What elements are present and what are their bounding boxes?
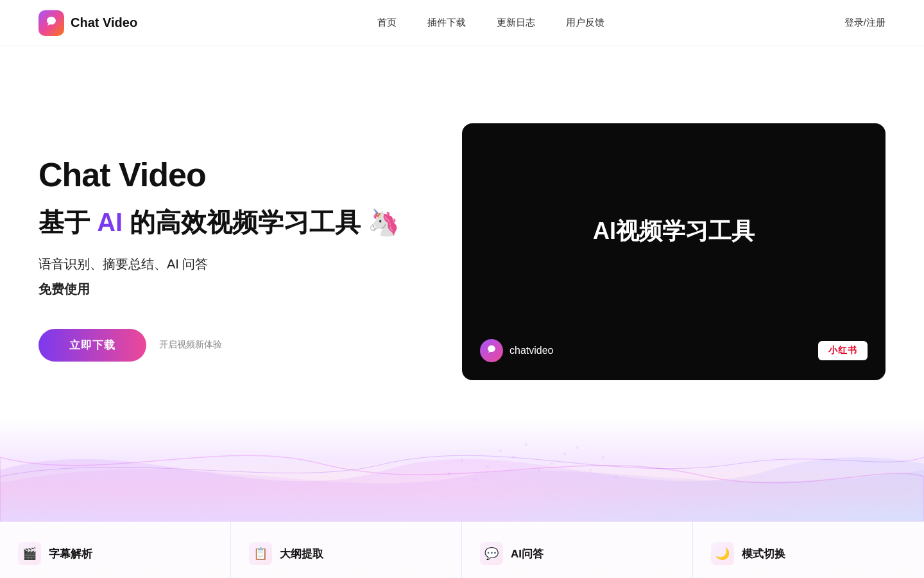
svg-point-8 (589, 469, 592, 471)
feature-name-subtitle: 字幕解析 (49, 547, 92, 561)
wave-decoration (0, 419, 924, 521)
svg-point-7 (499, 450, 502, 452)
hero-video-card: AI视频学习工具 chatvideo 小红书 (462, 123, 886, 380)
svg-point-5 (576, 446, 579, 449)
chatvideo-badge-text: chatvideo (509, 345, 554, 356)
hero-features: 语音识别、摘要总结、AI 问答 (38, 256, 400, 273)
svg-point-4 (551, 462, 553, 465)
chatvideo-badge-icon (480, 339, 503, 362)
mode-icon-glyph: 🌙 (715, 547, 730, 561)
badge-logo-svg (485, 344, 498, 357)
nav-auth[interactable]: 登录/注册 (844, 17, 886, 29)
nav-changelog[interactable]: 更新日志 (497, 17, 535, 29)
feature-header-mode: 🌙 模式切换 (711, 542, 906, 565)
feature-name-qa: AI问答 (511, 547, 543, 561)
feature-icon-outline: 📋 (249, 542, 272, 565)
features-grid: 🎬 字幕解析 采用云端AI语音识别，支持处理各种语言的视频，高效快速、识别准确率… (0, 521, 924, 578)
nav-download[interactable]: 插件下载 (427, 17, 466, 29)
title-suffix: 的高效视频学习工具 🦄 (123, 208, 400, 236)
feature-card-qa: 💬 AI问答 接入AI能力，支持AI字幕分析，AI翻译，AI纠错等更多功能，通过… (462, 521, 693, 578)
chatvideo-badge: chatvideo (480, 339, 554, 362)
features-section: 🎬 字幕解析 采用云端AI语音识别，支持处理各种语言的视频，高效快速、识别准确率… (0, 521, 924, 578)
logo[interactable]: Chat Video (38, 10, 137, 36)
svg-point-9 (602, 456, 604, 459)
svg-point-1 (538, 469, 540, 471)
wave-svg (0, 419, 924, 521)
outline-icon-glyph: 📋 (253, 547, 268, 561)
feature-name-outline: 大纲提取 (280, 547, 323, 561)
hero-cta: 立即下载 开启视频新体验 (38, 329, 400, 362)
video-footer: chatvideo 小红书 (462, 339, 886, 362)
feature-icon-subtitle: 🎬 (18, 542, 41, 565)
svg-point-6 (486, 466, 489, 468)
hero-section: Chat Video 基于 AI 的高效视频学习工具 🦄 语音识别、摘要总结、A… (0, 46, 924, 419)
svg-point-2 (563, 453, 566, 455)
feature-card-mode: 🌙 模式切换 支持明亮、暗黑模式切换，让您在不同的环境下都可以得到舒适的使用体验 (693, 521, 924, 578)
nav-home[interactable]: 首页 (377, 17, 397, 29)
hero-free: 免费使用 (38, 281, 400, 298)
svg-point-0 (512, 456, 515, 459)
xiaohongshu-badge[interactable]: 小红书 (818, 341, 868, 360)
feature-header-subtitle: 🎬 字幕解析 (18, 542, 212, 565)
hero-left: Chat Video 基于 AI 的高效视频学习工具 🦄 语音识别、摘要总结、A… (38, 143, 400, 362)
video-title: AI视频学习工具 (593, 216, 755, 247)
feature-desc-qa: 接入AI能力，支持AI字幕分析，AI翻译，AI纠错等更多功能，通过问答的方式快速… (480, 575, 674, 578)
video-main-area: AI视频学习工具 (462, 123, 886, 339)
cta-hint: 开启视频新体验 (159, 339, 222, 351)
logo-icon (38, 10, 64, 36)
feature-icon-qa: 💬 (480, 542, 503, 565)
feature-desc-mode: 支持明亮、暗黑模式切换，让您在不同的环境下都可以得到舒适的使用体验 (711, 575, 906, 578)
feature-card-subtitle: 🎬 字幕解析 采用云端AI语音识别，支持处理各种语言的视频，高效快速、识别准确率… (0, 521, 231, 578)
svg-point-3 (525, 443, 527, 446)
hero-title-sub: 基于 AI 的高效视频学习工具 🦄 (38, 207, 400, 238)
navbar: Chat Video 首页 插件下载 更新日志 用户反馈 登录/注册 (0, 0, 924, 46)
nav-links: 首页 插件下载 更新日志 用户反馈 (377, 17, 604, 29)
svg-point-13 (474, 478, 476, 481)
svg-point-11 (448, 472, 450, 475)
feature-desc-outline: 自动提取视频大纲，帮助您快速了解视频主题和内容，支持时间戳快速定位，帮助您更快速… (249, 575, 443, 578)
feature-name-mode: 模式切换 (742, 547, 785, 561)
feature-card-outline: 📋 大纲提取 自动提取视频大纲，帮助您快速了解视频主题和内容，支持时间戳快速定位… (231, 521, 462, 578)
svg-point-10 (615, 475, 617, 478)
logo-svg (44, 15, 59, 31)
feature-desc-subtitle: 采用云端AI语音识别，支持处理各种语言的视频，高效快速、识别准确率高。支持字幕一… (18, 575, 212, 578)
download-button[interactable]: 立即下载 (38, 329, 146, 362)
title-prefix: 基于 (38, 208, 97, 236)
hero-title-main: Chat Video (38, 155, 400, 194)
svg-point-12 (461, 459, 463, 462)
subtitle-icon-glyph: 🎬 (22, 547, 37, 561)
title-ai: AI (97, 208, 123, 236)
brand-name: Chat Video (71, 15, 137, 30)
feature-header-outline: 📋 大纲提取 (249, 542, 443, 565)
qa-icon-glyph: 💬 (484, 547, 499, 561)
nav-feedback[interactable]: 用户反馈 (566, 17, 604, 29)
feature-icon-mode: 🌙 (711, 542, 734, 565)
feature-header-qa: 💬 AI问答 (480, 542, 674, 565)
